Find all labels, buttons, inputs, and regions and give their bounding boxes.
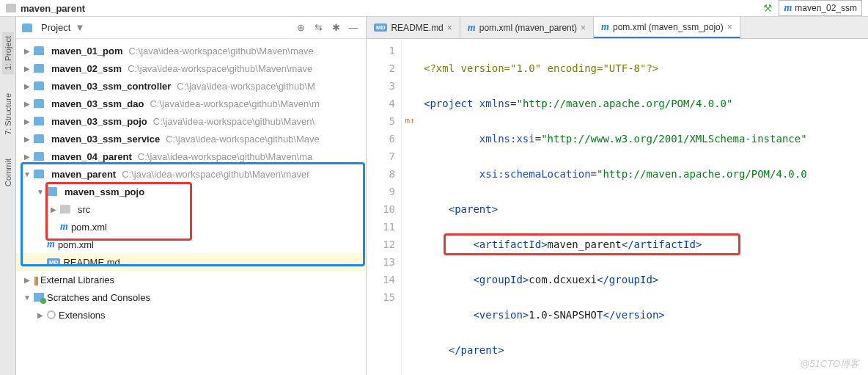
tree-item-ext-lib[interactable]: ▶External Libraries — [16, 271, 366, 288]
maven-file-icon: m — [47, 239, 55, 250]
editor-area: MDREADME.md× mpom.xml (maven_parent)× mp… — [367, 17, 868, 375]
folder-icon — [60, 205, 70, 214]
scratch-icon — [34, 293, 44, 302]
code-content[interactable]: <?xml version="1.0" encoding="UTF-8"?> <… — [418, 39, 868, 375]
tree-item[interactable]: ▶maven_02_ssmC:\java\idea-workspace\gith… — [16, 59, 366, 77]
tool-tab-structure[interactable]: 7: Structure — [2, 89, 14, 139]
close-icon[interactable]: × — [581, 23, 586, 33]
close-icon[interactable]: × — [727, 22, 732, 32]
folder-icon — [6, 4, 16, 12]
tree-item-scratches[interactable]: ▼Scratches and Consoles — [16, 288, 366, 306]
run-config-label: maven_02_ssm — [795, 3, 857, 13]
line-number-gutter: 123456789101112131415 — [367, 39, 402, 375]
editor[interactable]: 123456789101112131415 m↑ <?xml version="… — [367, 39, 868, 375]
parent-up-icon[interactable]: m↑ — [402, 112, 418, 130]
module-icon — [34, 81, 44, 90]
module-icon — [34, 117, 44, 125]
maven-file-icon: m — [60, 221, 68, 233]
expand-icon[interactable]: ⇆ — [312, 21, 325, 34]
tree-item[interactable]: ▶maven_03_ssm_controllerC:\java\idea-wor… — [16, 77, 366, 95]
build-icon[interactable]: ⚒ — [763, 2, 773, 14]
tree-item-pom-inner[interactable]: ▶mpom.xml — [16, 218, 366, 236]
markdown-icon: MD — [374, 23, 387, 32]
breadcrumb: maven_parent ⚒ m maven_02_ssm — [0, 0, 868, 17]
markdown-icon: MD — [47, 258, 60, 266]
watermark: @51CTO博客 — [800, 357, 859, 371]
tree-item-maven-parent[interactable]: ▼maven_parentC:\java\idea-workspace\gith… — [16, 165, 366, 183]
tool-tab-project[interactable]: 1: Project — [2, 32, 14, 74]
close-icon[interactable]: × — [447, 23, 452, 33]
project-header-icon — [22, 23, 32, 32]
run-config-selector[interactable]: m maven_02_ssm — [779, 0, 862, 16]
breadcrumb-folder[interactable]: maven_parent — [21, 3, 85, 14]
library-icon — [34, 274, 37, 285]
gear-icon[interactable]: ✱ — [329, 21, 342, 34]
module-icon — [34, 99, 44, 108]
editor-tabs: MDREADME.md× mpom.xml (maven_parent)× mp… — [367, 17, 868, 39]
module-icon — [34, 152, 44, 161]
tab-pom-ssm-pojo[interactable]: mpom.xml (maven_ssm_pojo)× — [594, 17, 740, 38]
project-panel-header: Project ▼ ⊕ ⇆ ✱ — — [16, 17, 366, 39]
maven-file-icon: m — [601, 21, 609, 33]
tab-readme[interactable]: MDREADME.md× — [367, 17, 460, 38]
maven-file-icon: m — [468, 22, 476, 34]
locate-icon[interactable]: ⊕ — [294, 21, 307, 34]
tree-item-readme[interactable]: ▶MDREADME.md — [16, 253, 366, 271]
tool-tab-commit[interactable]: Commit — [2, 154, 14, 191]
module-icon — [34, 46, 44, 55]
tree-item[interactable]: ▶maven_03_ssm_daoC:\java\idea-workspace\… — [16, 95, 366, 112]
tree-item[interactable]: ▶maven_01_pomC:\java\idea-workspace\gith… — [16, 42, 366, 59]
module-icon — [34, 134, 44, 143]
tree-item[interactable]: ▶maven_04_parentC:\java\idea-workspace\g… — [16, 148, 366, 165]
project-tree[interactable]: ▶maven_01_pomC:\java\idea-workspace\gith… — [16, 39, 366, 375]
left-toolbar: 1: Project 7: Structure Commit — [0, 17, 16, 375]
project-title[interactable]: Project — [41, 22, 70, 33]
module-icon — [47, 187, 57, 196]
tab-pom-parent[interactable]: mpom.xml (maven_parent)× — [460, 17, 594, 38]
tree-item-pom-outer[interactable]: ▶mpom.xml — [16, 236, 366, 253]
extensions-icon — [47, 310, 56, 319]
project-panel: Project ▼ ⊕ ⇆ ✱ — ▶maven_01_pomC:\java\i… — [16, 17, 367, 375]
tree-item-extensions[interactable]: ▶Extensions — [16, 306, 366, 324]
module-icon — [34, 170, 44, 178]
maven-icon: m — [784, 2, 792, 14]
tree-item-ssm-pojo[interactable]: ▼maven_ssm_pojo — [16, 183, 366, 200]
tree-item[interactable]: ▶maven_03_ssm_pojoC:\java\idea-workspace… — [16, 112, 366, 130]
module-icon — [34, 64, 44, 73]
hide-icon[interactable]: — — [347, 21, 360, 34]
tree-item-src[interactable]: ▶src — [16, 200, 366, 218]
tree-item[interactable]: ▶maven_03_ssm_serviceC:\java\idea-worksp… — [16, 130, 366, 148]
gutter-marks: m↑ — [402, 39, 418, 375]
